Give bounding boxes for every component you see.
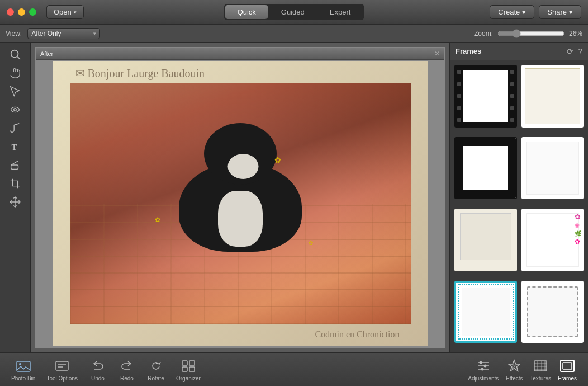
tool-options-tool[interactable]: Tool Options bbox=[46, 358, 78, 382]
view-select[interactable]: After Only Before Only Before & After (H… bbox=[27, 28, 100, 39]
titlebar: Open ▾ Quick Guided Expert Create ▾ Shar… bbox=[0, 0, 588, 25]
simple-white-inner bbox=[526, 142, 580, 195]
tab-expert[interactable]: Expert bbox=[317, 5, 363, 19]
handwriting-bottom: Codmin en Chroniction bbox=[315, 329, 399, 340]
leaf-1: 🌿 bbox=[575, 230, 581, 237]
tab-quick[interactable]: Quick bbox=[225, 5, 268, 19]
svg-text:fx: fx bbox=[512, 363, 516, 369]
svg-rect-9 bbox=[56, 361, 68, 370]
hand-tool[interactable] bbox=[5, 64, 25, 81]
panel-titlebar: After ✕ bbox=[36, 48, 444, 60]
canvas-area: After ✕ ✉ Bonjour Laurge Baudouin bbox=[31, 43, 449, 352]
film-hole bbox=[457, 94, 461, 98]
undo-icon bbox=[89, 358, 107, 374]
effects-icon: fx bbox=[505, 358, 523, 374]
move-icon bbox=[9, 196, 21, 208]
panel-header-icons: ⟳ ? bbox=[567, 47, 582, 56]
white-thin-inner bbox=[525, 68, 581, 124]
frames-tool[interactable]: Frames bbox=[558, 358, 577, 382]
svg-rect-5 bbox=[11, 165, 18, 169]
top-right-actions: Create ▾ Share ▾ bbox=[490, 5, 581, 19]
panel-help-button[interactable]: ? bbox=[578, 47, 582, 56]
panel-title: After bbox=[40, 50, 53, 57]
textures-svg bbox=[532, 359, 549, 373]
effects-tool[interactable]: fx Effects bbox=[505, 358, 523, 382]
black-thick-inner bbox=[456, 138, 516, 199]
zoom-icon bbox=[9, 48, 21, 60]
film-holes-left bbox=[456, 66, 462, 126]
film-hole bbox=[457, 82, 461, 86]
open-button[interactable]: Open ▾ bbox=[46, 5, 84, 19]
film-hole bbox=[510, 82, 514, 86]
organizer-tool[interactable]: Organizer bbox=[176, 358, 201, 382]
eraser-tool[interactable] bbox=[5, 157, 25, 173]
svg-rect-12 bbox=[182, 361, 187, 365]
undo-svg bbox=[90, 359, 106, 373]
tab-guided[interactable]: Guided bbox=[269, 5, 317, 19]
frame-item-simple-white[interactable] bbox=[521, 137, 584, 200]
svg-line-6 bbox=[11, 161, 18, 165]
svg-rect-7 bbox=[17, 361, 30, 371]
close-button[interactable] bbox=[7, 8, 14, 16]
film-hole bbox=[457, 106, 461, 110]
frame-item-scallop[interactable] bbox=[521, 281, 584, 343]
svg-rect-14 bbox=[182, 367, 187, 371]
minimize-button[interactable] bbox=[18, 8, 25, 16]
share-button[interactable]: Share ▾ bbox=[539, 5, 581, 19]
open-label: Open bbox=[54, 8, 72, 16]
organizer-icon bbox=[179, 358, 197, 374]
vintage-overlay bbox=[70, 83, 411, 324]
svg-point-2 bbox=[11, 107, 20, 112]
maximize-button[interactable] bbox=[29, 8, 36, 16]
rotate-tool[interactable]: Rotate bbox=[147, 358, 165, 382]
svg-rect-13 bbox=[189, 361, 195, 365]
image-content[interactable]: ✉ Bonjour Laurge Baudouin bbox=[36, 60, 444, 347]
frames-svg bbox=[559, 359, 576, 373]
textures-tool[interactable]: Textures bbox=[530, 358, 551, 382]
create-button[interactable]: Create ▾ bbox=[490, 5, 534, 19]
film-holes-right bbox=[509, 66, 516, 126]
flower-2: ❀ bbox=[575, 222, 581, 229]
photo-bin-label: Photo Bin bbox=[11, 375, 35, 382]
frame-item-polaroid[interactable] bbox=[454, 209, 517, 271]
flower-inner bbox=[526, 213, 580, 267]
panel-close-button[interactable]: ✕ bbox=[434, 50, 440, 57]
photo-frame: ✉ Bonjour Laurge Baudouin bbox=[53, 61, 428, 346]
frame-item-film-strip[interactable] bbox=[454, 65, 517, 128]
view-select-wrapper: After Only Before Only Before & After (H… bbox=[27, 28, 100, 39]
crop-tool[interactable] bbox=[5, 175, 25, 192]
frame-item-teal-dotted[interactable] bbox=[454, 281, 517, 343]
rotate-icon bbox=[147, 358, 165, 374]
mode-tabs: Quick Guided Expert bbox=[224, 4, 364, 20]
frame-item-flower[interactable]: ✿ ❀ 🌿 ✿ bbox=[521, 209, 584, 271]
zoom-label: Zoom: bbox=[474, 30, 493, 37]
redo-tool[interactable]: Redo bbox=[118, 358, 136, 382]
text-tool[interactable]: T bbox=[5, 138, 25, 155]
effects-svg: fx bbox=[506, 359, 523, 373]
zoom-tool[interactable] bbox=[5, 46, 25, 63]
textures-label: Textures bbox=[530, 375, 551, 382]
undo-tool[interactable]: Undo bbox=[89, 358, 107, 382]
redo-icon bbox=[118, 358, 136, 374]
panel-refresh-button[interactable]: ⟳ bbox=[567, 47, 573, 56]
image-panel: After ✕ ✉ Bonjour Laurge Baudouin bbox=[35, 47, 445, 348]
frames-icon bbox=[558, 358, 576, 374]
create-caret: ▾ bbox=[522, 8, 526, 16]
svg-line-1 bbox=[17, 57, 20, 59]
select-icon bbox=[9, 85, 21, 97]
adjustments-tool[interactable]: Adjustments bbox=[468, 358, 499, 382]
zoom-slider[interactable] bbox=[497, 29, 565, 38]
frame-item-black-thick[interactable] bbox=[454, 137, 517, 200]
svg-point-3 bbox=[14, 109, 17, 111]
photo-bin-tool[interactable]: Photo Bin bbox=[11, 358, 35, 382]
select-tool[interactable] bbox=[5, 83, 25, 100]
frame-item-white-thin[interactable] bbox=[521, 65, 584, 128]
film-hole bbox=[510, 70, 514, 74]
eye-tool[interactable] bbox=[5, 101, 25, 118]
brush-tool[interactable] bbox=[5, 120, 25, 136]
right-panel-header: Frames ⟳ ? bbox=[450, 43, 588, 60]
bottom-right-tools: Adjustments fx Effects bbox=[468, 358, 577, 382]
adjustments-svg bbox=[475, 359, 492, 373]
move-tool[interactable] bbox=[5, 194, 25, 210]
eraser-icon bbox=[9, 159, 21, 171]
